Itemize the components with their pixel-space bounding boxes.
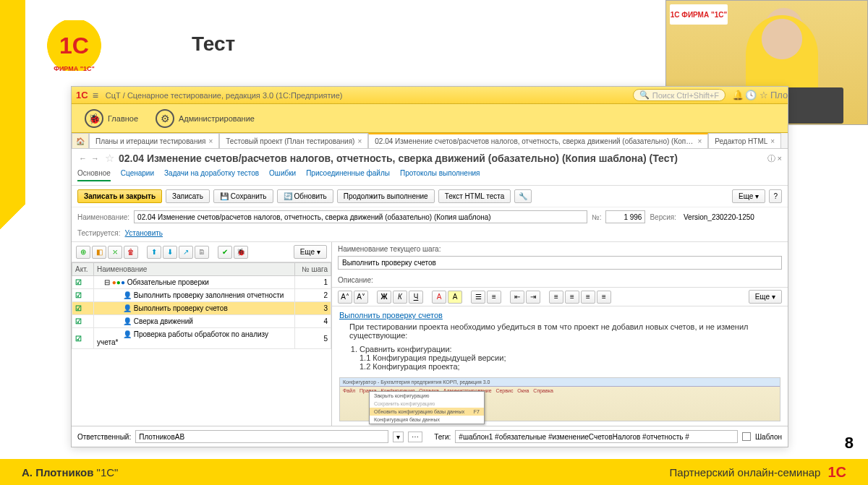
- more-button[interactable]: Еще ▾: [294, 245, 327, 259]
- bug-icon[interactable]: 🐞: [234, 246, 248, 259]
- more-button[interactable]: Еще ▾: [749, 290, 782, 304]
- align-center[interactable]: ≡: [565, 291, 579, 304]
- save-button[interactable]: 💾Сохранить: [213, 189, 273, 203]
- html-text-button[interactable]: Текст HTML теста: [438, 189, 511, 203]
- tab-current-test[interactable]: 02.04 Изменение счетов/расчетов налогов,…: [368, 133, 708, 148]
- resp-open[interactable]: ⋯: [408, 432, 422, 442]
- link-errors[interactable]: Ошибки: [269, 169, 296, 181]
- refresh-button[interactable]: 🔄Обновить: [277, 189, 333, 203]
- help-button[interactable]: ?: [769, 189, 782, 203]
- checkbox-icon[interactable]: ☑: [75, 304, 82, 312]
- ver-label: Версия:: [650, 213, 676, 221]
- name-field[interactable]: [134, 210, 587, 223]
- close-icon[interactable]: ×: [208, 137, 213, 145]
- ver-field[interactable]: [681, 210, 782, 223]
- tab-html-editor[interactable]: Редактор HTML ×: [708, 133, 781, 148]
- person-icon: 👤: [123, 317, 132, 325]
- description-editor[interactable]: Выполнить проверку счетов При тестирован…: [332, 306, 788, 426]
- add-icon[interactable]: ⊕: [76, 246, 90, 259]
- step-name-field[interactable]: [338, 256, 782, 270]
- add2-icon[interactable]: ◧: [92, 246, 106, 259]
- favorite-icon[interactable]: ☆: [105, 152, 114, 165]
- embedded-screenshot: Конфигуратор - Бухгалтерия предприятия К…: [339, 377, 780, 421]
- desc-paragraph: При тестировании проекта необходимо убед…: [349, 322, 780, 340]
- close-icon[interactable]: ×: [357, 137, 362, 145]
- tool-icon[interactable]: ⤫: [108, 246, 122, 259]
- tab-plans[interactable]: Планы и итерации тестирования ×: [89, 133, 219, 148]
- align-just[interactable]: ≡: [597, 291, 611, 304]
- person-icon: 👤: [123, 304, 132, 312]
- help-icon[interactable]: ⓘ ×: [767, 153, 782, 164]
- checkbox-icon[interactable]: ☑: [75, 335, 82, 343]
- bell-icon[interactable]: 🔔: [731, 90, 744, 100]
- move-icon[interactable]: ↗: [179, 246, 193, 259]
- nav-back[interactable]: ←: [77, 154, 88, 163]
- star-icon[interactable]: ☆: [757, 90, 770, 100]
- resp-field[interactable]: [135, 430, 388, 443]
- desc-link[interactable]: Выполнить проверку счетов: [339, 311, 780, 319]
- tab-test-project[interactable]: Тестовый проект (План тестирования) ×: [219, 133, 368, 148]
- checkbox-icon[interactable]: ☑: [75, 278, 82, 286]
- list-num[interactable]: ≡: [487, 291, 501, 304]
- continue-button[interactable]: Продолжить выполнение: [337, 189, 435, 203]
- check-icon[interactable]: ✔: [218, 246, 232, 259]
- font-inc[interactable]: A˄: [338, 291, 352, 304]
- num-label: №:: [592, 213, 602, 221]
- table-row[interactable]: ☑ 👤 Выполнить проверку заполнения отчетн…: [72, 289, 331, 302]
- copy-icon[interactable]: 🗎: [195, 246, 209, 259]
- template-checkbox[interactable]: [742, 432, 751, 441]
- highlight[interactable]: A: [448, 291, 462, 304]
- table-row[interactable]: ☑ ⊟ ●●● Обязательные проверки 1: [72, 276, 331, 289]
- person-icon: 👤: [123, 330, 132, 338]
- search-placeholder: Поиск Ctrl+Shift+F: [652, 91, 719, 100]
- align-left[interactable]: ≡: [549, 291, 563, 304]
- more-button[interactable]: Еще ▾: [732, 189, 765, 203]
- tab-home[interactable]: 🏠: [72, 133, 89, 148]
- up-icon[interactable]: ⬆: [147, 246, 161, 259]
- table-row[interactable]: ☑ 👤 Сверка движений 4: [72, 315, 331, 328]
- list-bullet[interactable]: ☰: [471, 291, 485, 304]
- nav-main[interactable]: 🐞 Главное: [77, 106, 145, 131]
- link-scenarios[interactable]: Сценарии: [121, 169, 154, 181]
- table-row[interactable]: ☑ 👤 Выполнить проверку счетов 3: [72, 302, 331, 315]
- indent[interactable]: ⇥: [526, 291, 540, 304]
- embedded-menu: Закрыть конфигурацию Сохранить конфигура…: [369, 391, 485, 424]
- checkbox-icon[interactable]: ☑: [75, 291, 82, 299]
- col-act[interactable]: Акт.: [72, 263, 94, 276]
- col-name[interactable]: Наименование: [94, 263, 295, 276]
- down-icon[interactable]: ⬇: [163, 246, 177, 259]
- slide-title: Тест: [192, 33, 235, 56]
- nav-fwd[interactable]: →: [90, 154, 101, 163]
- table-row[interactable]: ☑ 👤 Проверка работы обработок по анализу…: [72, 328, 331, 349]
- footer-logo: 1C: [827, 464, 846, 481]
- testing-link[interactable]: Установить: [125, 229, 163, 237]
- app-logo: 1C: [76, 90, 88, 100]
- search-box[interactable]: 🔍 Поиск Ctrl+Shift+F: [633, 89, 726, 101]
- close-icon[interactable]: ×: [770, 137, 775, 145]
- num-field[interactable]: [605, 210, 645, 223]
- link-files[interactable]: Присоединенные файлы: [306, 169, 390, 181]
- tags-field[interactable]: [455, 430, 738, 443]
- menu-icon[interactable]: ≡: [93, 90, 98, 101]
- font-dec[interactable]: A˅: [354, 291, 368, 304]
- link-main[interactable]: Основное: [77, 169, 111, 181]
- outdent[interactable]: ⇤: [510, 291, 524, 304]
- clock-icon[interactable]: 🕓: [744, 90, 757, 100]
- col-step[interactable]: № шага: [295, 263, 331, 276]
- resp-dropdown[interactable]: ▾: [393, 432, 404, 442]
- bold[interactable]: Ж: [377, 291, 391, 304]
- underline[interactable]: Ч: [409, 291, 423, 304]
- save-close-button[interactable]: Записать и закрыть: [77, 189, 162, 203]
- settings-icon[interactable]: 🔧: [514, 189, 532, 203]
- font-color[interactable]: A: [432, 291, 446, 304]
- italic[interactable]: К: [393, 291, 407, 304]
- link-tasks[interactable]: Задачи на доработку тестов: [164, 169, 259, 181]
- close-icon[interactable]: ×: [697, 137, 702, 145]
- checkbox-icon[interactable]: ☑: [75, 317, 82, 325]
- delete-icon[interactable]: 🗑: [124, 246, 138, 259]
- write-button[interactable]: Записать: [166, 189, 210, 203]
- doc-title: 02.04 Изменение счетов/расчетов налогов,…: [119, 153, 678, 164]
- align-right[interactable]: ≡: [581, 291, 595, 304]
- link-protocols[interactable]: Протоколы выполнения: [400, 169, 480, 181]
- nav-admin[interactable]: ⚙ Администрирование: [148, 106, 262, 131]
